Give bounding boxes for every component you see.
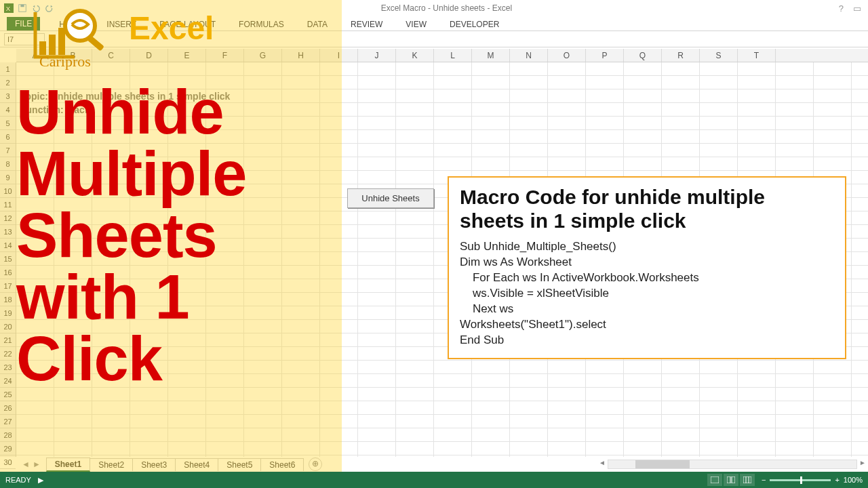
column-header[interactable]: S (700, 49, 738, 62)
row-header[interactable]: 7 (0, 144, 16, 157)
sheet-tab-3[interactable]: Sheet3 (132, 458, 176, 471)
row-header[interactable]: 17 (0, 279, 16, 293)
row-header[interactable]: 20 (0, 320, 16, 333)
zoom-slider[interactable] (770, 479, 831, 481)
column-header[interactable]: I (320, 49, 358, 62)
row-header[interactable]: 26 (0, 401, 16, 415)
column-header[interactable]: K (396, 49, 434, 62)
sheet-tab-strip: ◄ ► Sheet1 Sheet2 Sheet3 Sheet4 Sheet5 S… (16, 457, 322, 472)
row-header[interactable]: 21 (0, 333, 16, 347)
svg-rect-6 (732, 476, 735, 483)
sheet-tab-6[interactable]: Sheet6 (260, 458, 304, 471)
scroll-left-icon[interactable]: ◄ (597, 459, 608, 470)
row-header[interactable]: 16 (0, 266, 16, 279)
sheet-tab-4[interactable]: Sheet4 (175, 458, 218, 471)
view-buttons (707, 474, 755, 486)
new-sheet-button[interactable]: ⊕ (309, 458, 322, 471)
view-page-layout-icon[interactable] (724, 474, 738, 486)
sheet-tab-1[interactable]: Sheet1 (46, 458, 90, 472)
sheet-nav-next-icon[interactable]: ► (33, 460, 41, 469)
row-header[interactable]: 15 (0, 252, 16, 266)
tab-view[interactable]: VIEW (401, 18, 431, 30)
column-header[interactable]: L (434, 49, 472, 62)
tab-review[interactable]: REVIEW (347, 18, 387, 30)
view-normal-icon[interactable] (707, 474, 722, 486)
row-header[interactable]: 5 (0, 117, 16, 130)
column-header[interactable]: P (586, 49, 624, 62)
row-header[interactable]: 2 (0, 76, 16, 89)
row-header[interactable]: 11 (0, 198, 16, 211)
tab-formulas[interactable]: FORMULAS (235, 18, 288, 30)
unhide-sheets-macro-button[interactable]: Unhide Sheets (347, 188, 434, 208)
row-header[interactable]: 28 (0, 428, 16, 442)
zoom-out-button[interactable]: − (762, 476, 766, 484)
row-header[interactable]: 29 (0, 442, 16, 455)
status-ready: READY (5, 476, 31, 484)
macro-record-icon[interactable]: ▶ (38, 476, 43, 485)
row-header[interactable]: 19 (0, 306, 16, 320)
svg-rect-12 (58, 28, 65, 55)
ribbon-display-options-icon[interactable]: ▭ (853, 3, 861, 14)
column-header[interactable]: R (662, 49, 700, 62)
column-header[interactable]: O (548, 49, 586, 62)
scroll-track[interactable] (608, 460, 857, 469)
excel-window: X Excel Macro - Unhide sheets - Excel ? … (0, 0, 868, 488)
row-header[interactable]: 10 (0, 184, 16, 198)
row-header[interactable]: 12 (0, 211, 16, 225)
row-header[interactable]: 27 (0, 415, 16, 428)
row-header[interactable]: 30 (0, 455, 16, 469)
scroll-right-icon[interactable]: ► (857, 459, 868, 470)
column-header[interactable]: F (206, 49, 244, 62)
column-header[interactable]: N (510, 49, 548, 62)
column-header[interactable]: D (130, 49, 168, 62)
horizontal-scrollbar[interactable]: ◄ ► (597, 457, 868, 472)
zoom-control: − + 100% (762, 476, 863, 484)
row-header[interactable]: 18 (0, 293, 16, 306)
svg-text:X: X (6, 5, 11, 12)
row-header[interactable]: 3 (0, 89, 16, 103)
row-header[interactable]: 25 (0, 388, 16, 401)
sheet-nav-prev-icon[interactable]: ◄ (22, 460, 30, 469)
sheet-tab-5[interactable]: Sheet5 (218, 458, 261, 471)
view-page-break-icon[interactable] (740, 474, 755, 486)
headline-line-2: Multiple (16, 143, 247, 205)
macro-code-title: Macro Code for unhide multiple sheets in… (460, 186, 834, 232)
overlay-brand-sub: Caripros (39, 53, 91, 70)
row-header[interactable]: 4 (0, 103, 16, 117)
macro-code-panel: Macro Code for unhide multiple sheets in… (448, 176, 846, 359)
column-header[interactable]: Q (624, 49, 662, 62)
row-header[interactable]: 24 (0, 374, 16, 388)
column-header[interactable]: G (244, 49, 282, 62)
overlay-headline: Unhide Multiple Sheets with 1 Click (16, 81, 247, 390)
column-header[interactable]: E (168, 49, 206, 62)
scroll-thumb[interactable] (635, 460, 690, 468)
svg-rect-4 (711, 476, 719, 483)
row-header[interactable]: 23 (0, 361, 16, 374)
column-header[interactable]: H (282, 49, 320, 62)
status-bar: READY ▶ − + 100% (0, 472, 868, 488)
row-header[interactable]: 14 (0, 239, 16, 252)
column-header[interactable]: T (738, 49, 776, 62)
row-header[interactable]: 22 (0, 347, 16, 361)
zoom-level[interactable]: 100% (844, 476, 863, 484)
sheet-tab-2[interactable]: Sheet2 (90, 458, 133, 471)
column-header[interactable]: M (472, 49, 510, 62)
sheet-nav[interactable]: ◄ ► (16, 460, 46, 469)
save-icon[interactable] (18, 3, 27, 13)
headline-line-1: Unhide (16, 81, 247, 143)
zoom-in-button[interactable]: + (835, 476, 839, 484)
svg-rect-11 (49, 35, 56, 55)
row-header[interactable]: 13 (0, 225, 16, 239)
overlay-brand-excel: Excel (129, 9, 214, 47)
excel-icon: X (4, 3, 14, 13)
help-icon[interactable]: ? (839, 3, 844, 14)
svg-rect-3 (20, 5, 24, 7)
column-header[interactable]: J (358, 49, 396, 62)
row-header[interactable]: 9 (0, 171, 16, 184)
row-headers: 1234567891011121314151617181920212223242… (0, 62, 16, 457)
tab-data[interactable]: DATA (303, 18, 332, 30)
tab-developer[interactable]: DEVELOPER (446, 18, 503, 30)
row-header[interactable]: 6 (0, 130, 16, 144)
row-header[interactable]: 8 (0, 157, 16, 171)
row-header[interactable]: 1 (0, 62, 16, 76)
